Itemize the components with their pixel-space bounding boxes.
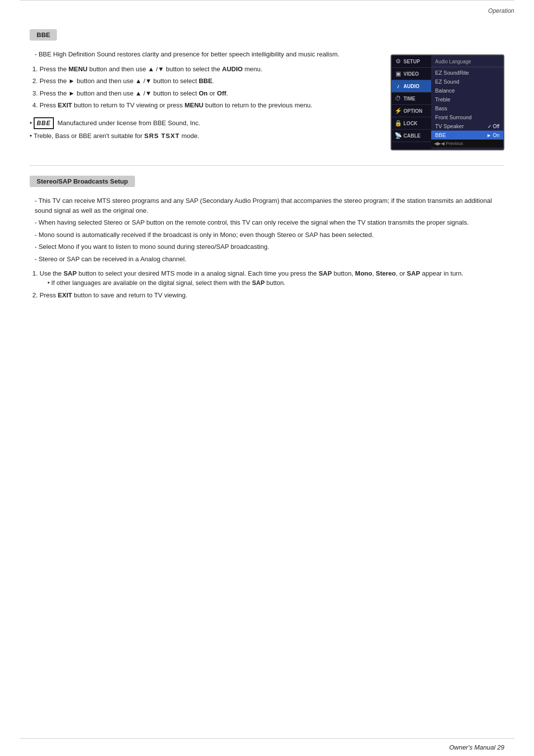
video-label: VIDEO: [403, 71, 419, 77]
sap-bold: SAP: [63, 270, 77, 277]
bbe-intro-item: BBE High Definition Sound restores clari…: [35, 49, 376, 59]
stereo-step-2: Press EXIT button to save and return to …: [40, 290, 504, 300]
stereo-bullet-3: Mono sound is automatically received if …: [35, 230, 504, 240]
bbe-step-2: Press the ► button and then use ▲ /▼ but…: [40, 76, 376, 86]
bbe-logo: BBE: [34, 117, 53, 129]
stereo-bullets: This TV can receive MTS stereo programs …: [30, 196, 504, 264]
bbe-badge: BBE: [30, 29, 57, 41]
sap-bold-4: SAP: [252, 280, 265, 286]
menu-bold-2: MENU: [184, 101, 203, 109]
sidebar-item-setup: ⚙ SETUP: [392, 55, 431, 68]
menu-item-ez-soundrite: EZ SoundRite: [431, 68, 503, 77]
audio-language-text: Audio Language: [435, 59, 471, 64]
stereo-step-1-subnote: • If other languages are available on th…: [40, 279, 504, 288]
top-rule: [20, 0, 514, 4]
audio-label: AUDIO: [403, 84, 419, 89]
sidebar-item-audio: ♪ AUDIO: [392, 80, 431, 93]
bbe-intro-text: BBE High Definition Sound restores clari…: [39, 50, 339, 58]
stereo-bold: Stereo: [376, 270, 396, 277]
bbe-step-3: Press the ► button and then use ▲ /▼ but…: [40, 89, 376, 98]
operation-text: Operation: [488, 7, 514, 14]
menu-item-bass: Bass: [431, 104, 503, 113]
stereo-badge: Stereo/SAP Broadcasts Setup: [30, 176, 135, 187]
bbe-steps-list: Press the MENU button and then use ▲ /▼ …: [30, 64, 376, 110]
setup-icon: ⚙: [395, 58, 401, 65]
menu-bold: MENU: [69, 65, 88, 73]
bbe-bold: BBE: [199, 77, 212, 85]
bbe-intro-list: BBE High Definition Sound restores clari…: [30, 49, 376, 59]
lock-label: LOCK: [403, 121, 417, 126]
mono-bold: Mono: [355, 270, 372, 277]
menu-item-ez-sound: EZ Sound: [431, 77, 503, 86]
tv-menu-footer: ◀▶◀ Previous: [431, 140, 503, 147]
option-label: OPTION: [403, 108, 422, 114]
video-icon: ▣: [395, 70, 401, 77]
on-bold: On: [199, 90, 208, 97]
menu-item-balance: Balance: [431, 86, 503, 95]
menu-item-bbe: BBE ► On: [431, 131, 503, 140]
stereo-bullet-4: Select Mono if you want to listen to mon…: [35, 242, 504, 252]
audio-language-header: Audio Language: [431, 57, 503, 67]
stereo-bullet-2: When having selected Stereo or SAP butto…: [35, 218, 504, 228]
tv-menu-content: Audio Language EZ SoundRite EZ Sound Bal…: [431, 55, 503, 149]
prev-label: ◀▶◀ Previous: [434, 141, 463, 146]
audio-bold: AUDIO: [222, 65, 243, 73]
tv-menu-sidebar: ⚙ SETUP ▣ VIDEO ♪ AUDIO ⏱: [392, 55, 431, 149]
bbe-note-1: • BBE Manufactured under license from BB…: [30, 117, 376, 129]
sidebar-item-time: ⏱ TIME: [392, 93, 431, 105]
off-bold: Off: [217, 90, 226, 97]
tv-speaker-value: ✓ Off: [488, 124, 499, 129]
srs-tsxt: SRS TSXT: [144, 132, 180, 140]
menu-item-tv-speaker: TV Speaker ✓ Off: [431, 122, 503, 131]
stereo-step-1: Use the SAP button to select your desire…: [40, 269, 504, 287]
bbe-section: BBE High Definition Sound restores clari…: [30, 49, 504, 150]
sidebar-item-video: ▣ VIDEO: [392, 68, 431, 80]
bbe-value: ► On: [487, 133, 499, 138]
cable-label: CABLE: [403, 133, 420, 139]
cable-icon: 📡: [395, 132, 401, 139]
bbe-text-content: BBE High Definition Sound restores clari…: [30, 49, 376, 150]
page: Operation BBE BBE High Definition Sound …: [0, 0, 534, 756]
sidebar-item-option: ⚡ OPTION: [392, 105, 431, 117]
sidebar-item-cable: 📡 CABLE: [392, 130, 431, 142]
content-area: BBE BBE High Definition Sound restores c…: [0, 14, 534, 320]
tv-menu: ⚙ SETUP ▣ VIDEO ♪ AUDIO ⏱: [391, 54, 504, 150]
menu-item-front-surround: Front Surround: [431, 113, 503, 122]
setup-label: SETUP: [403, 59, 420, 64]
sap-bold-3: SAP: [407, 270, 420, 277]
stereo-bullet-5: Stereo or SAP can be received in a Analo…: [35, 254, 504, 264]
exit-bold-2: EXIT: [58, 291, 72, 299]
tv-menu-container: ⚙ SETUP ▣ VIDEO ♪ AUDIO ⏱: [392, 55, 503, 149]
stereo-section: Stereo/SAP Broadcasts Setup This TV can …: [30, 176, 504, 300]
sap-bold-2: SAP: [318, 270, 332, 277]
operation-label: Operation: [0, 7, 514, 14]
audio-icon: ♪: [395, 83, 401, 90]
menu-item-treble: Treble: [431, 95, 503, 104]
bbe-notes: • BBE Manufactured under license from BB…: [30, 117, 376, 141]
bbe-step-1: Press the MENU button and then use ▲ /▼ …: [40, 64, 376, 74]
exit-bold: EXIT: [58, 101, 72, 109]
time-label: TIME: [403, 96, 415, 101]
lock-icon: 🔒: [395, 120, 401, 127]
sidebar-item-lock: 🔒 LOCK: [392, 117, 431, 130]
bbe-note-2: • Treble, Bass or BBE aren't suitable fo…: [30, 131, 376, 141]
option-icon: ⚡: [395, 107, 401, 114]
footer-label: Owner's Manual 29: [449, 744, 504, 751]
stereo-bullet-1: This TV can receive MTS stereo programs …: [35, 196, 504, 215]
stereo-steps: Use the SAP button to select your desire…: [30, 269, 504, 300]
time-icon: ⏱: [395, 95, 401, 102]
bbe-step-4: Press EXIT button to return to TV viewin…: [40, 100, 376, 110]
section-divider: [30, 165, 504, 166]
